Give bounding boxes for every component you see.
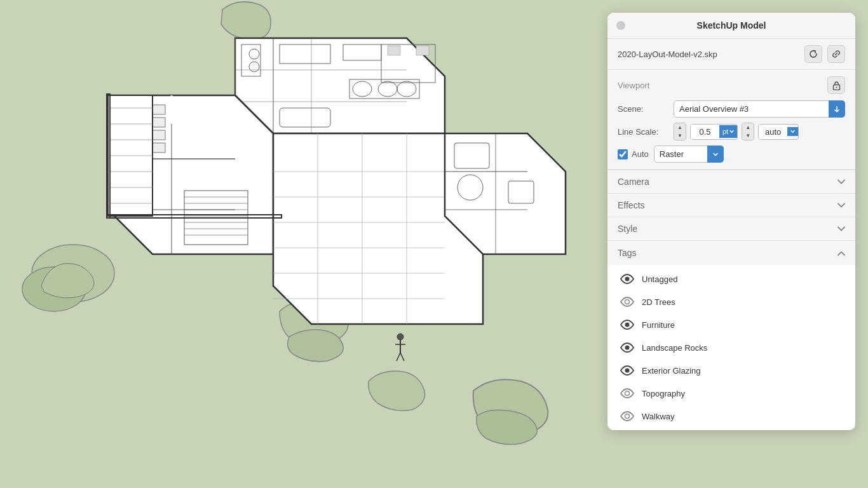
svg-rect-16 — [349, 79, 419, 98]
tag-eye-1[interactable] — [620, 295, 634, 309]
auto-scale-input[interactable] — [759, 125, 787, 139]
render-select-wrapper: Raster Vector Hybrid — [654, 146, 724, 163]
svg-rect-20 — [280, 108, 330, 127]
refresh-button[interactable] — [804, 45, 822, 63]
auto-stepper-down[interactable]: ▼ — [742, 132, 754, 140]
svg-line-69 — [400, 353, 404, 361]
tag-item[interactable]: Walkway — [607, 405, 855, 428]
auto-checkbox-wrapper: Auto — [618, 149, 649, 159]
svg-point-72 — [625, 277, 630, 281]
lock-button[interactable] — [827, 76, 845, 94]
tag-name: Landscape Rocks — [642, 343, 707, 353]
svg-point-10 — [249, 49, 259, 59]
tag-item[interactable]: Topography — [607, 382, 855, 405]
line-scale-row: Line Scale: ▲ ▼ pt ▲ ▼ — [618, 123, 845, 140]
svg-line-68 — [397, 353, 400, 361]
stepper-down[interactable]: ▼ — [674, 132, 686, 140]
tag-eye-4[interactable] — [620, 363, 634, 377]
camera-label: Camera — [618, 177, 649, 187]
svg-point-11 — [249, 62, 259, 72]
tag-name: Walkway — [642, 412, 675, 421]
file-row: 2020-LayOut-Model-v2.skp — [607, 39, 855, 70]
svg-point-13 — [353, 81, 372, 97]
svg-point-78 — [625, 414, 630, 419]
svg-marker-21 — [108, 95, 273, 254]
svg-rect-37 — [114, 143, 165, 152]
svg-point-74 — [625, 323, 630, 327]
link-button[interactable] — [827, 45, 845, 63]
panel-dot — [616, 21, 625, 30]
auto-scale-arrow[interactable] — [787, 127, 798, 136]
auto-scale-wrap — [758, 124, 799, 140]
svg-marker-2 — [235, 38, 445, 133]
svg-point-71 — [836, 86, 837, 88]
svg-rect-35 — [114, 118, 165, 127]
svg-rect-63 — [107, 94, 110, 218]
style-section[interactable]: Style — [607, 217, 855, 240]
scene-label: Scene: — [618, 104, 668, 114]
tag-eye-3[interactable] — [620, 341, 634, 355]
tag-name: 2D Trees — [642, 297, 675, 307]
svg-rect-12 — [241, 44, 261, 76]
svg-point-15 — [397, 81, 416, 97]
tags-list: Untagged2D TreesFurnitureLandscape Rocks… — [607, 265, 855, 430]
building-sketch — [107, 38, 566, 324]
tag-eye-2[interactable] — [620, 318, 634, 332]
tag-item[interactable]: Furniture — [607, 313, 855, 336]
stepper-up[interactable]: ▲ — [674, 123, 686, 132]
svg-rect-34 — [114, 105, 165, 114]
viewport-section: Viewport Scene: Aerial Overview #3 — [607, 70, 855, 170]
svg-point-75 — [625, 346, 630, 350]
viewport-label: Viewport — [618, 81, 649, 90]
auto-scale-stepper[interactable]: ▲ ▼ — [742, 123, 754, 140]
svg-rect-17 — [381, 44, 435, 83]
file-actions — [804, 45, 845, 63]
line-scale-unit[interactable]: pt — [719, 125, 737, 138]
line-scale-input[interactable] — [691, 125, 719, 139]
svg-marker-38 — [273, 133, 483, 324]
tag-item[interactable]: Untagged — [607, 268, 855, 290]
tags-chevron-up — [837, 247, 845, 259]
panel-header: SketchUp Model — [607, 13, 855, 39]
style-chevron — [837, 224, 845, 233]
svg-marker-55 — [108, 95, 153, 216]
line-scale-input-wrap: pt — [690, 124, 738, 140]
tag-item[interactable]: 2D Trees — [607, 290, 855, 313]
svg-point-0 — [32, 245, 114, 302]
effects-section[interactable]: Effects — [607, 193, 855, 217]
auto-stepper-up[interactable]: ▲ — [742, 123, 754, 132]
svg-rect-26 — [184, 191, 248, 245]
auto-checkbox[interactable] — [618, 149, 628, 159]
sketchup-model-panel: SketchUp Model 2020-LayOut-Model-v2.skp … — [607, 13, 855, 430]
tag-eye-0[interactable] — [620, 272, 634, 286]
tag-eye-6[interactable] — [620, 409, 634, 423]
svg-rect-54 — [508, 181, 534, 203]
tags-header[interactable]: Tags — [607, 241, 855, 265]
panel-title: SketchUp Model — [697, 20, 766, 30]
render-select[interactable]: Raster Vector Hybrid — [654, 146, 724, 163]
auto-render-row: Auto Raster Vector Hybrid — [618, 146, 845, 163]
scene-select[interactable]: Aerial Overview #3 — [674, 100, 845, 118]
auto-label[interactable]: Auto — [632, 149, 649, 159]
svg-rect-36 — [114, 130, 165, 140]
svg-rect-9 — [343, 44, 381, 60]
line-scale-label: Line Scale: — [618, 127, 668, 137]
svg-rect-64 — [107, 215, 281, 218]
tag-item[interactable]: Exterior Glazing — [607, 359, 855, 382]
effects-chevron — [837, 201, 845, 210]
svg-point-14 — [378, 81, 397, 97]
tag-eye-5[interactable] — [620, 386, 634, 400]
tag-item[interactable]: Landscape Rocks — [607, 336, 855, 359]
tag-name: Exterior Glazing — [642, 366, 700, 376]
svg-point-65 — [397, 334, 403, 340]
line-scale-stepper[interactable]: ▲ ▼ — [674, 123, 686, 140]
svg-rect-19 — [416, 46, 429, 55]
svg-point-77 — [625, 391, 630, 396]
svg-point-53 — [458, 175, 483, 200]
svg-rect-18 — [388, 46, 400, 55]
scene-row: Scene: Aerial Overview #3 — [618, 100, 845, 118]
svg-rect-52 — [454, 143, 489, 168]
svg-point-76 — [625, 369, 630, 373]
tag-name: Untagged — [642, 274, 677, 284]
camera-section[interactable]: Camera — [607, 170, 855, 193]
